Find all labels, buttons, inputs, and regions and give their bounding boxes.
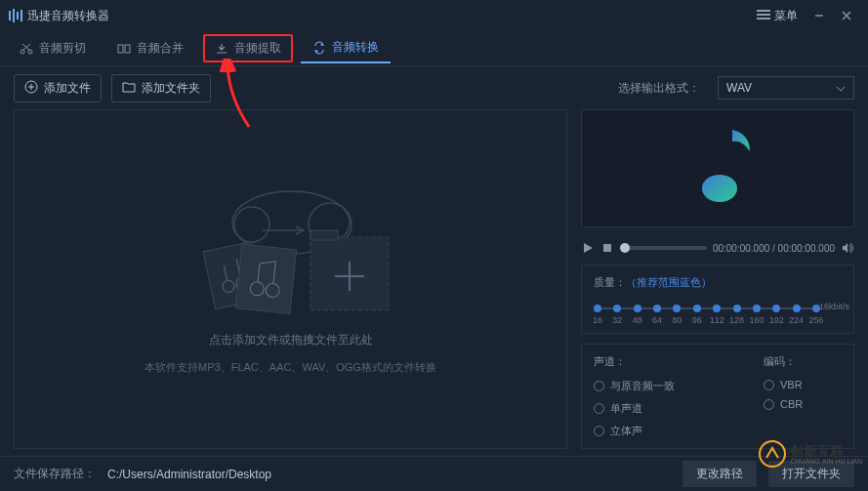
right-panel: 00:00:00.000 / 00:00:00.000 质量：（推荐范围蓝色） …	[581, 109, 854, 449]
svg-rect-1	[13, 9, 15, 22]
progress-thumb[interactable]	[620, 243, 630, 253]
quality-dot[interactable]	[634, 305, 641, 312]
channel-encode-box: 声道： 与原音频一致 单声道 立体声 编码： VBR CBR	[581, 344, 854, 449]
svg-rect-0	[9, 11, 11, 20]
quality-mark-label: 80	[672, 315, 682, 325]
quality-mark-label: 224	[789, 315, 804, 325]
stop-button[interactable]	[600, 241, 614, 255]
channel-title: 声道：	[594, 354, 740, 369]
tab-audio-cut[interactable]: 音频剪切	[8, 34, 98, 62]
minimize-button[interactable]	[806, 2, 833, 29]
quality-mark-label: 64	[652, 315, 662, 325]
drop-illustration	[174, 184, 408, 320]
add-file-button[interactable]: 添加文件	[14, 74, 102, 102]
svg-rect-31	[235, 244, 297, 313]
play-button[interactable]	[581, 241, 595, 255]
svg-point-11	[28, 50, 32, 54]
toolbar: 添加文件 添加文件夹 选择输出格式： WAV	[0, 66, 868, 109]
scissors-icon	[20, 42, 33, 56]
select-value: WAV	[726, 81, 752, 95]
folder-icon	[122, 80, 136, 97]
quality-dot[interactable]	[793, 305, 801, 312]
quality-mark-label: 128	[729, 315, 744, 325]
app-logo: 迅捷音频转换器	[8, 8, 109, 24]
svg-rect-15	[125, 45, 130, 53]
quality-mark-label: 192	[769, 315, 784, 325]
output-format-select[interactable]: WAV	[718, 76, 854, 100]
change-path-button[interactable]: 更改路径	[682, 461, 757, 487]
quality-dot[interactable]	[613, 305, 621, 312]
tabbar: 音频剪切 音频合并 音频提取 音频转换	[0, 31, 868, 66]
close-button[interactable]	[833, 2, 860, 29]
quality-mark-label: 16	[593, 315, 602, 325]
quality-label: 质量：（推荐范围蓝色）	[594, 275, 842, 290]
svg-rect-23	[310, 230, 338, 240]
drop-text-secondary: 本软件支持MP3、FLAC、AAC、WAV、OGG格式的文件转换	[145, 360, 436, 375]
merge-icon	[117, 42, 131, 56]
quality-mark-label: 160	[749, 315, 764, 325]
radio-encode-cbr[interactable]: CBR	[764, 398, 842, 410]
drop-text-primary: 点击添加文件或拖拽文件至此处	[209, 332, 373, 348]
quality-mark-label: 32	[612, 315, 622, 325]
tab-label: 音频提取	[234, 40, 281, 57]
svg-point-10	[21, 50, 24, 54]
time-display: 00:00:00.000 / 00:00:00.000	[713, 243, 835, 254]
svg-rect-3	[21, 10, 22, 21]
encode-title: 编码：	[764, 354, 842, 369]
svg-rect-14	[118, 45, 123, 53]
extract-icon	[215, 42, 228, 56]
button-label: 添加文件夹	[142, 80, 200, 97]
channel-group: 声道： 与原音频一致 单声道 立体声	[594, 354, 740, 438]
save-path-value: C:/Users/Administrator/Desktop	[107, 468, 271, 481]
svg-line-12	[23, 44, 30, 50]
svg-point-37	[702, 175, 737, 202]
svg-line-13	[22, 44, 29, 50]
quality-slider[interactable]: 163248648096112128160192224256 16kbit/s	[594, 300, 842, 323]
quality-mark-label: 256	[808, 315, 823, 325]
output-format-label: 选择输出格式：	[618, 80, 700, 97]
main-area: 点击添加文件或拖拽文件至此处 本软件支持MP3、FLAC、AAC、WAV、OGG…	[0, 109, 868, 457]
drop-zone[interactable]: 点击添加文件或拖拽文件至此处 本软件支持MP3、FLAC、AAC、WAV、OGG…	[14, 109, 567, 449]
quality-dot[interactable]	[772, 305, 780, 312]
chevron-down-icon	[836, 81, 846, 95]
preview-box	[581, 109, 854, 227]
hamburger-icon	[757, 9, 770, 22]
quality-dot[interactable]	[653, 305, 661, 312]
svg-point-20	[234, 207, 269, 242]
titlebar: 迅捷音频转换器 菜单	[0, 0, 868, 31]
menu-button[interactable]: 菜单	[749, 4, 806, 28]
radio-encode-vbr[interactable]: VBR	[764, 379, 842, 390]
open-folder-button[interactable]: 打开文件夹	[768, 461, 854, 487]
volume-icon[interactable]	[841, 241, 854, 255]
quality-dot[interactable]	[753, 305, 761, 312]
quality-mark-label: 96	[692, 315, 702, 325]
app-title: 迅捷音频转换器	[27, 8, 109, 24]
quality-unit: 16kbit/s	[819, 302, 849, 311]
player-bar: 00:00:00.000 / 00:00:00.000	[581, 237, 854, 255]
quality-dot[interactable]	[594, 305, 601, 312]
music-note-icon	[679, 125, 757, 213]
quality-dot[interactable]	[713, 305, 721, 312]
convert-icon	[312, 41, 326, 55]
tab-audio-extract[interactable]: 音频提取	[203, 34, 293, 62]
tab-label: 音频转换	[332, 39, 379, 56]
quality-mark-label: 48	[633, 315, 642, 325]
tab-audio-convert[interactable]: 音频转换	[301, 33, 391, 63]
tab-audio-merge[interactable]: 音频合并	[105, 34, 195, 62]
radio-channel-stereo[interactable]: 立体声	[594, 424, 740, 438]
quality-dot[interactable]	[673, 305, 681, 312]
quality-mark-label: 112	[710, 315, 724, 325]
app-icon	[8, 8, 23, 23]
quality-dot[interactable]	[733, 305, 741, 312]
plus-circle-icon	[24, 80, 38, 97]
menu-label: 菜单	[774, 8, 798, 24]
quality-dot[interactable]	[693, 305, 701, 312]
svg-rect-38	[603, 244, 611, 252]
svg-rect-2	[17, 12, 19, 20]
encode-group: 编码： VBR CBR	[764, 354, 842, 438]
add-folder-button[interactable]: 添加文件夹	[111, 74, 211, 102]
radio-channel-same[interactable]: 与原音频一致	[594, 379, 740, 393]
progress-slider[interactable]	[620, 246, 707, 250]
tab-label: 音频合并	[137, 40, 184, 57]
radio-channel-mono[interactable]: 单声道	[594, 401, 740, 416]
